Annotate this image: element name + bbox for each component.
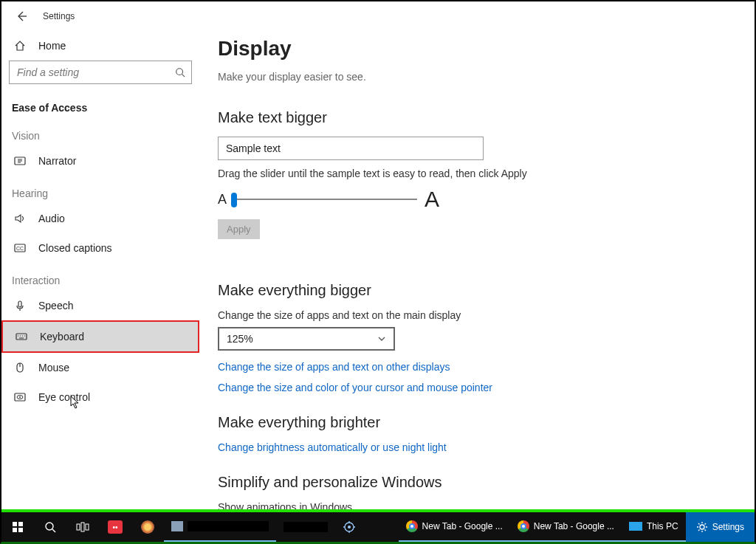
taskbar-chrome-1[interactable]: New Tab - Google ... — [399, 512, 510, 542]
sidebar-item-narrator[interactable]: Narrator — [1, 146, 199, 176]
sidebar-item-audio[interactable]: Audio — [1, 204, 199, 233]
link-brightness[interactable]: Change brightness automatically or use n… — [218, 441, 725, 453]
back-icon[interactable] — [15, 10, 28, 23]
link-cursor-color[interactable]: Change the size and color of your cursor… — [218, 382, 725, 393]
taskbar-settings[interactable]: Settings — [686, 512, 755, 542]
svg-rect-12 — [13, 528, 17, 532]
taskbar-chrome-2[interactable]: New Tab - Google ... — [510, 512, 622, 542]
sidebar-home-label: Home — [38, 40, 66, 52]
svg-point-20 — [700, 525, 704, 529]
task-view-button[interactable] — [66, 512, 99, 542]
sidebar-home[interactable]: Home — [1, 31, 199, 61]
sidebar-category-interaction: Interaction — [1, 263, 199, 291]
svg-rect-13 — [18, 528, 23, 532]
scale-hint: Change the size of apps and text on the … — [218, 309, 725, 321]
svg-rect-17 — [86, 524, 89, 530]
taskbar-app-4[interactable] — [276, 512, 335, 542]
svg-rect-16 — [81, 523, 84, 531]
taskbar-app-5[interactable] — [335, 512, 363, 542]
svg-point-9 — [19, 396, 21, 398]
mouse-icon — [14, 362, 26, 373]
sidebar-item-eye-control[interactable]: Eye control — [1, 382, 199, 412]
gear-icon — [696, 521, 708, 533]
sample-text: Sample text — [226, 142, 281, 154]
sidebar-item-mouse[interactable]: Mouse — [1, 353, 199, 382]
closed-captions-icon: CC — [14, 242, 26, 254]
svg-rect-4 — [18, 301, 21, 307]
keyboard-icon — [16, 331, 27, 342]
chevron-down-icon — [377, 334, 386, 343]
sidebar-item-closed-captions[interactable]: CC Closed captions — [1, 233, 199, 263]
taskbar-this-pc-label: This PC — [647, 521, 678, 531]
section-make-text-bigger: Make text bigger — [218, 109, 725, 126]
window-title: Settings — [43, 11, 75, 21]
eye-control-icon — [14, 391, 26, 403]
taskbar-chrome-1-label: New Tab - Google ... — [422, 521, 503, 531]
sidebar: Home Ease of Access Vision Narrator — [1, 31, 199, 512]
sidebar-category-vision: Vision — [1, 118, 199, 146]
svg-rect-10 — [13, 522, 17, 526]
slider-hint: Drag the slider until the sample text is… — [218, 168, 725, 179]
sidebar-category-hearing: Hearing — [1, 176, 199, 204]
taskbar-app-2[interactable] — [131, 512, 164, 542]
svg-point-19 — [348, 526, 351, 528]
taskbar-search[interactable] — [34, 512, 66, 542]
svg-rect-15 — [77, 524, 80, 530]
audio-icon — [14, 213, 26, 224]
page-title: Display — [218, 37, 725, 61]
section-make-everything-bigger: Make everything bigger — [218, 282, 725, 299]
taskbar: •• New Tab - Google ... New Tab - Google… — [1, 512, 755, 542]
svg-point-14 — [46, 523, 53, 530]
section-brighter: Make everything brighter — [218, 414, 725, 431]
chrome-icon — [518, 520, 529, 532]
svg-point-0 — [176, 69, 183, 75]
taskbar-settings-label: Settings — [712, 522, 744, 532]
narrator-icon — [14, 155, 26, 167]
main-content: Display Make your display easier to see.… — [199, 31, 755, 512]
taskbar-app-1[interactable]: •• — [99, 512, 131, 542]
speech-icon — [14, 300, 26, 311]
sidebar-item-speech-label: Speech — [38, 300, 73, 311]
sidebar-item-narrator-label: Narrator — [38, 155, 76, 167]
apply-button[interactable]: Apply — [218, 219, 260, 239]
text-size-slider[interactable] — [231, 199, 417, 200]
sample-text-box: Sample text — [218, 137, 484, 160]
sidebar-item-closed-captions-label: Closed captions — [38, 242, 112, 254]
sidebar-item-speech[interactable]: Speech — [1, 291, 199, 320]
sidebar-item-mouse-label: Mouse — [38, 362, 69, 373]
taskbar-chrome-2-label: New Tab - Google ... — [534, 521, 614, 531]
slider-big-a: A — [425, 187, 439, 212]
search-input-wrap[interactable] — [9, 61, 192, 84]
start-button[interactable] — [1, 512, 34, 542]
sidebar-item-keyboard-label: Keyboard — [40, 331, 84, 342]
slider-thumb[interactable] — [231, 193, 237, 207]
sidebar-item-audio-label: Audio — [38, 213, 65, 224]
sidebar-item-eye-control-label: Eye control — [38, 391, 90, 403]
sidebar-item-keyboard[interactable]: Keyboard — [3, 322, 198, 351]
scale-value: 125% — [227, 333, 253, 345]
sidebar-group-title: Ease of Access — [1, 94, 199, 118]
search-input[interactable] — [16, 66, 175, 79]
slider-small-a: A — [218, 192, 227, 207]
taskbar-this-pc[interactable]: This PC — [622, 512, 686, 542]
page-subtitle: Make your display easier to see. — [218, 71, 725, 83]
svg-rect-5 — [16, 334, 27, 340]
chrome-icon — [406, 520, 418, 532]
taskbar-app-3[interactable] — [164, 512, 276, 542]
svg-text:CC: CC — [16, 246, 24, 251]
svg-rect-11 — [18, 522, 23, 526]
section-simplify: Simplify and personalize Windows — [218, 474, 725, 491]
search-icon — [175, 67, 185, 78]
link-other-displays[interactable]: Change the size of apps and text on othe… — [218, 361, 725, 373]
scale-select[interactable]: 125% — [218, 327, 395, 351]
pc-icon — [629, 522, 642, 531]
home-icon — [14, 40, 26, 52]
